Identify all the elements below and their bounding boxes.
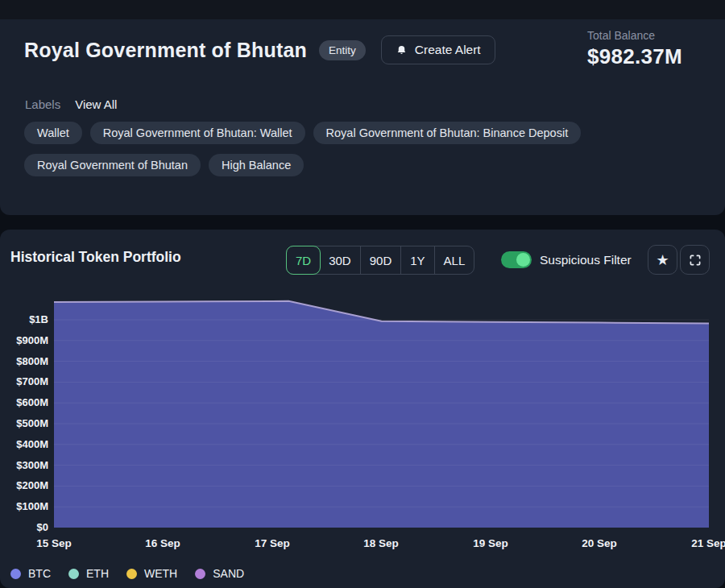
portfolio-title: Historical Token Portfolio <box>10 249 181 266</box>
range-90d[interactable]: 90D <box>361 246 402 274</box>
page-title: Royal Government of Bhutan <box>24 39 307 62</box>
total-balance-block: Total Balance $982.37M <box>587 29 682 69</box>
total-balance-label: Total Balance <box>587 29 682 42</box>
y-tick: $400M <box>0 438 48 451</box>
y-tick: $900M <box>0 334 48 347</box>
label-tag[interactable]: High Balance <box>209 154 304 176</box>
x-tick: 15 Sep <box>18 537 90 549</box>
fullscreen-icon <box>689 254 702 267</box>
y-tick: $300M <box>0 459 48 472</box>
create-alert-button[interactable]: Create Alert <box>381 35 495 64</box>
y-tick: $500M <box>0 417 48 430</box>
weth-dot-icon <box>126 569 137 579</box>
entity-badge: Entity <box>319 40 366 60</box>
eth-dot-icon <box>68 569 79 579</box>
range-30d[interactable]: 30D <box>320 246 361 274</box>
x-tick: 16 Sep <box>126 537 199 549</box>
create-alert-label: Create Alert <box>415 43 481 57</box>
star-icon: ★ <box>656 251 669 269</box>
labels-caption: Labels <box>25 97 60 111</box>
label-tag[interactable]: Wallet <box>24 122 82 144</box>
legend-label: BTC <box>28 567 51 580</box>
y-tick: $0 <box>0 521 48 534</box>
view-all-link[interactable]: View All <box>75 97 117 111</box>
legend-item-btc[interactable]: BTC <box>10 567 51 580</box>
label-tag[interactable]: Royal Government of Bhutan <box>24 154 201 176</box>
sand-dot-icon <box>195 569 205 579</box>
legend-label: ETH <box>86 567 109 580</box>
x-tick: 17 Sep <box>236 537 309 549</box>
legend-label: SAND <box>213 567 244 580</box>
x-tick: 21 Sep <box>673 537 725 549</box>
title-row: Royal Government of Bhutan Entity Create… <box>24 35 495 64</box>
legend-label: WETH <box>144 567 177 580</box>
x-tick: 18 Sep <box>345 537 417 549</box>
y-tick: $600M <box>0 396 48 409</box>
range-1y[interactable]: 1Y <box>401 246 434 274</box>
y-tick: $1B <box>0 313 48 326</box>
favorite-button[interactable]: ★ <box>648 245 677 275</box>
fullscreen-button[interactable] <box>680 245 710 275</box>
label-tag[interactable]: Royal Government of Bhutan: Wallet <box>90 122 305 144</box>
toggle-knob <box>516 253 530 267</box>
y-tick: $700M <box>0 375 48 388</box>
y-tick: $100M <box>0 500 48 513</box>
range-selector: 7D 30D 90D 1Y ALL <box>286 246 474 275</box>
portfolio-chart-card: Historical Token Portfolio 7D 30D 90D 1Y… <box>0 230 725 588</box>
tags-row-1: Wallet Royal Government of Bhutan: Walle… <box>24 122 581 144</box>
legend-item-weth[interactable]: WETH <box>126 567 177 580</box>
y-tick: $200M <box>0 479 48 492</box>
window-top-strip <box>0 0 725 19</box>
x-tick: 19 Sep <box>454 537 527 549</box>
bell-icon <box>396 44 408 56</box>
suspicious-filter-label: Suspicious Filter <box>540 253 632 267</box>
y-axis: $1B $900M $800M $700M $600M $500M $400M … <box>0 313 48 534</box>
range-7d[interactable]: 7D <box>286 246 321 275</box>
range-all[interactable]: ALL <box>435 246 474 274</box>
labels-row: Labels View All <box>25 97 117 111</box>
legend-item-sand[interactable]: SAND <box>195 567 244 580</box>
y-tick: $800M <box>0 355 48 368</box>
portfolio-area <box>54 301 709 528</box>
portfolio-area-chart[interactable] <box>0 278 725 556</box>
x-tick: 20 Sep <box>563 537 636 549</box>
chart-legend: BTC ETH WETH SAND <box>10 567 244 580</box>
tags-row-2: Royal Government of Bhutan High Balance <box>24 154 304 176</box>
entity-header-card: Royal Government of Bhutan Entity Create… <box>0 0 725 215</box>
suspicious-filter-toggle[interactable] <box>501 251 532 268</box>
label-tag[interactable]: Royal Government of Bhutan: Binance Depo… <box>313 122 582 144</box>
legend-item-eth[interactable]: ETH <box>68 567 109 580</box>
total-balance-value: $982.37M <box>587 44 682 69</box>
btc-dot-icon <box>10 569 21 579</box>
